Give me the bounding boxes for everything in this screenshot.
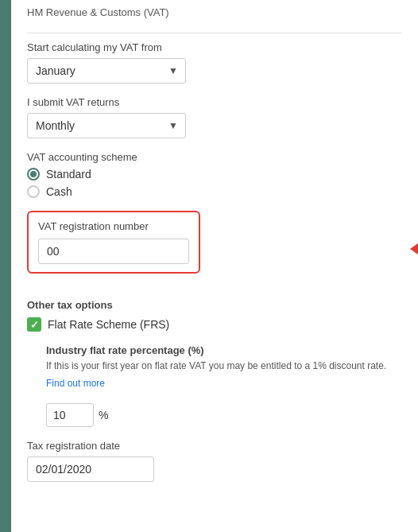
page-header-title: HM Revenue & Customs (VAT) bbox=[27, 6, 402, 21]
submit-frequency-select[interactable]: Monthly bbox=[27, 113, 186, 138]
radio-standard[interactable]: Standard bbox=[27, 168, 402, 181]
percent-unit-label: % bbox=[99, 409, 108, 421]
other-tax-field-group: Other tax options ✓ Flat Rate Scheme (FR… bbox=[27, 299, 402, 332]
radio-standard-circle bbox=[27, 168, 40, 181]
radio-cash-label: Cash bbox=[46, 185, 72, 198]
start-month-select[interactable]: January bbox=[27, 58, 186, 83]
radio-standard-dot bbox=[30, 171, 37, 177]
vat-scheme-label: VAT accounting scheme bbox=[27, 151, 402, 163]
submit-frequency-select-wrapper: Monthly ▼ bbox=[27, 113, 186, 138]
frs-checkbox-item[interactable]: ✓ Flat Rate Scheme (FRS) bbox=[27, 317, 402, 332]
radio-cash-circle bbox=[27, 185, 40, 198]
radio-cash[interactable]: Cash bbox=[27, 185, 402, 198]
header-divider bbox=[27, 33, 402, 33]
tax-reg-date-label: Tax registration date bbox=[27, 440, 402, 452]
vat-scheme-radio-group: Standard Cash bbox=[27, 168, 402, 198]
rate-input-group: % bbox=[46, 403, 402, 427]
start-vat-label: Start calculating my VAT from bbox=[27, 41, 402, 53]
other-tax-title: Other tax options bbox=[27, 299, 402, 311]
industry-rate-description: If this is your first year on flat rate … bbox=[46, 359, 402, 373]
submit-returns-label: I submit VAT returns bbox=[27, 96, 402, 108]
find-out-more-link[interactable]: Find out more bbox=[46, 378, 105, 389]
red-arrow-container bbox=[410, 238, 418, 260]
checkmark-icon: ✓ bbox=[30, 320, 39, 330]
vat-reg-label: VAT registration number bbox=[38, 220, 189, 232]
flat-rate-input[interactable] bbox=[46, 403, 94, 427]
start-vat-field-group: Start calculating my VAT from January ▼ bbox=[27, 41, 402, 83]
red-arrow bbox=[410, 238, 418, 260]
tax-reg-date-input[interactable] bbox=[27, 456, 154, 482]
left-sidebar-bar bbox=[0, 0, 11, 532]
vat-scheme-field-group: VAT accounting scheme Standard Cash bbox=[27, 151, 402, 198]
tax-reg-date-field-group: Tax registration date bbox=[27, 440, 402, 482]
start-month-select-wrapper: January ▼ bbox=[27, 58, 186, 83]
vat-reg-box: VAT registration number bbox=[27, 211, 200, 274]
arrow-head bbox=[410, 238, 418, 260]
submit-returns-field-group: I submit VAT returns Monthly ▼ bbox=[27, 96, 402, 138]
vat-reg-wrapper: VAT registration number bbox=[27, 211, 402, 286]
industry-rate-label: Industry flat rate percentage (%) bbox=[46, 344, 402, 356]
frs-checkbox-label: Flat Rate Scheme (FRS) bbox=[48, 318, 169, 331]
radio-standard-label: Standard bbox=[46, 168, 91, 181]
industry-flat-rate-section: Industry flat rate percentage (%) If thi… bbox=[46, 344, 402, 427]
vat-reg-input[interactable] bbox=[38, 239, 189, 264]
frs-checkbox-icon: ✓ bbox=[27, 317, 41, 332]
